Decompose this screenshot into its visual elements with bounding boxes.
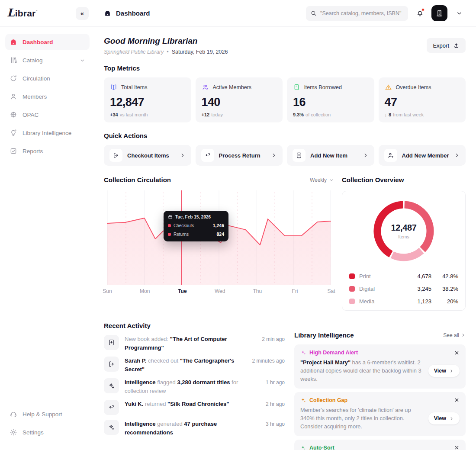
tooltip-series-label: Returns (174, 232, 189, 237)
top-metrics-heading: Top Metrics (104, 64, 466, 72)
activity-item[interactable]: Intelligence generated 47 purchase recom… (104, 420, 285, 437)
sidebar-item-opac[interactable]: OPAC (5, 106, 90, 123)
sparkles-icon (104, 420, 119, 435)
activity-time: 2 hr ago (266, 400, 285, 407)
legend-label: Print (359, 273, 371, 280)
x-tick-active: Tue (178, 288, 187, 294)
search-box[interactable] (306, 6, 408, 21)
circulation-chart-area[interactable]: Tue, Feb 15, 2026 Checkouts 1,246 Return… (104, 190, 334, 285)
legend-swatch (349, 273, 355, 279)
header-actions (306, 5, 466, 21)
returns-series-swatch (168, 233, 171, 236)
metric-delta: 8 (389, 112, 391, 117)
activity-item[interactable]: Sarah P. checked out "The Cartographer's… (104, 357, 285, 373)
sidebar-item-circulation[interactable]: Circulation (5, 70, 90, 87)
sidebar-item-members[interactable]: Members (5, 88, 90, 105)
dot-separator: • (167, 49, 168, 55)
dismiss-button[interactable] (454, 397, 460, 403)
breadcrumb: Dashboard (104, 10, 150, 17)
quick-action-label: Add New Member (402, 152, 449, 159)
sidebar-item-settings[interactable]: Settings (5, 424, 90, 440)
library-building-icon (435, 9, 444, 17)
donut-center-label: 12,487 Items (371, 198, 437, 264)
charts-row: Collection Circulation Weekly (104, 176, 466, 311)
main-area: Dashboard (95, 0, 476, 450)
add-new-member-button[interactable]: Add New Member (379, 145, 466, 166)
collection-circulation-panel: Collection Circulation Weekly (104, 176, 334, 311)
metric-card-overdue-items: Overdue Items 47 ↓ 8 from last week (379, 77, 466, 122)
chevron-right-icon (449, 369, 454, 373)
add-new-item-button[interactable]: Add New Item (287, 145, 374, 166)
metric-delta: +12 (202, 112, 210, 117)
activity-time: 2 minutes ago (252, 357, 285, 364)
notifications-button[interactable] (413, 7, 426, 20)
activity-item[interactable]: Intelligence flagged 3,280 dormant title… (104, 378, 285, 395)
x-tick: Sun (103, 288, 112, 294)
gear-icon (10, 428, 17, 436)
sidebar-item-label: Dashboard (23, 39, 53, 45)
legend-row-media: Media 1,123 20% (348, 295, 460, 308)
report-chart-icon (10, 147, 17, 155)
app-logo: Librar~ (7, 8, 38, 19)
intel-card-title: High Demand Alert (300, 350, 358, 356)
activity-item[interactable]: Yuki K. returned "Silk Road Chronicles" … (104, 400, 285, 415)
dashboard-icon (10, 38, 17, 46)
sidebar-item-catalog[interactable]: Catalog (5, 52, 90, 68)
donut-total-caption: Items (398, 234, 409, 239)
export-button[interactable]: Export (427, 38, 466, 53)
person-plus-icon (384, 149, 397, 162)
close-icon (454, 350, 460, 356)
process-return-button[interactable]: Process Return (196, 145, 283, 166)
sidebar-item-label: Catalog (23, 57, 43, 64)
chevron-right-icon (449, 416, 454, 421)
tooltip-series-value: 824 (216, 231, 224, 237)
chevron-right-icon (461, 333, 466, 338)
chevron-down-icon (329, 177, 334, 183)
close-icon (454, 397, 460, 403)
users-icon (202, 84, 209, 91)
close-icon (454, 445, 460, 450)
chevron-right-icon (180, 152, 186, 158)
activity-time: 1 hr ago (266, 378, 285, 386)
activity-time: 2 min ago (262, 335, 285, 342)
search-input[interactable] (320, 10, 404, 16)
metric-delta: +34 (110, 112, 118, 117)
metric-value: 16 (293, 96, 368, 109)
donut-total: 12,487 (391, 223, 417, 233)
sidebar-item-dashboard[interactable]: Dashboard (5, 34, 90, 50)
search-icon (310, 10, 317, 16)
book-plus-icon (293, 149, 306, 162)
sidebar-item-label: Help & Support (23, 411, 62, 418)
intel-card-auto-sort: Auto-Sort 47 returned items have been ca… (294, 440, 466, 450)
metric-card-total-items: Total Items 12,847 +34vs last month (104, 77, 191, 122)
dismiss-button[interactable] (454, 445, 460, 450)
sidebar-header: Librar~ « (0, 0, 95, 27)
logo-initial: L (7, 8, 15, 18)
sidebar-item-reports[interactable]: Reports (5, 143, 90, 159)
view-button[interactable]: View (428, 365, 460, 377)
metric-caption: from last week (393, 112, 424, 117)
sidebar-item-library-intelligence[interactable]: Library Intelligence (5, 125, 90, 141)
view-button-label: View (434, 415, 446, 421)
quick-action-label: Checkout Items (127, 152, 169, 159)
warning-triangle-icon (385, 84, 392, 91)
bottom-row: Recent Activity New book added: "The Art… (104, 322, 466, 450)
legend-swatch (349, 286, 355, 292)
person-icon (10, 93, 17, 100)
see-all-label: See all (443, 332, 459, 338)
activity-item[interactable]: New book added: "The Art of Computer Pro… (104, 335, 285, 352)
legend-percent: 20% (431, 298, 458, 305)
see-all-link[interactable]: See all (443, 332, 466, 338)
sidebar-item-help-support[interactable]: Help & Support (5, 406, 90, 422)
dismiss-button[interactable] (454, 350, 460, 356)
activity-text: Intelligence generated 47 purchase recom… (125, 420, 240, 437)
account-menu-button[interactable] (453, 7, 466, 20)
sidebar-collapse-button[interactable]: « (76, 7, 89, 20)
account-avatar[interactable] (431, 5, 447, 21)
range-select[interactable]: Weekly (310, 177, 334, 183)
chart-tooltip: Tue, Feb 15, 2026 Checkouts 1,246 Return… (164, 211, 228, 241)
view-button[interactable]: View (428, 412, 460, 424)
checkout-items-button[interactable]: Checkout Items (104, 145, 191, 166)
logo-trademark: ~ (35, 9, 38, 13)
donut-chart[interactable]: 12,487 Items (371, 198, 437, 264)
